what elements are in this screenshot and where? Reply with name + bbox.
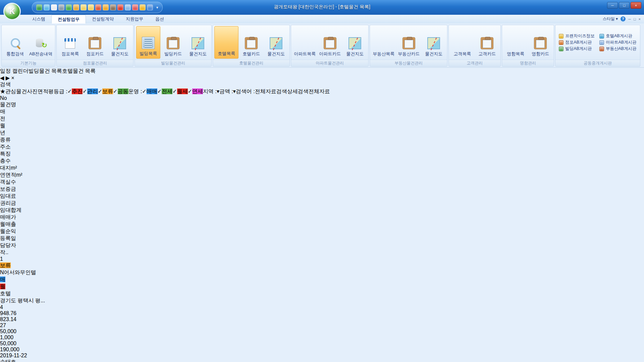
ribbon-link-호텔AB게시판[interactable]: 호텔AB게시판 (599, 33, 637, 39)
minimize-button[interactable]: ─ (607, 2, 618, 9)
checkbox-공동[interactable]: ✓ (113, 88, 117, 94)
column-header-임대합계: 임대합계 (0, 207, 29, 214)
cell-addr: 경기도 평택시 평... (0, 297, 54, 304)
button-label: 상세검색 (287, 88, 309, 94)
ribbon-button-label: 아파트목록 (294, 51, 316, 57)
checkbox-관리[interactable]: ✓ (83, 88, 87, 94)
menu-컨설팅계약[interactable]: 컨설팅계약 (86, 15, 120, 23)
ribbon-group-buttons: 아파트목록아파트카드물건지도 (291, 25, 368, 60)
ribbon-link-프랜차이즈정보[interactable]: 프랜차이즈정보 (559, 33, 596, 39)
style-menu[interactable]: 스타일 ▾ (603, 16, 618, 22)
ribbon-link-점포AB게시판[interactable]: 점포AB게시판 (559, 40, 596, 45)
ribbon-button-물건지도[interactable]: 물건지도 (186, 26, 210, 59)
cell-name: N어서와무인텔 (0, 269, 47, 276)
ribbon-link-부동산AB게시판[interactable]: 부동산AB게시판 (599, 46, 637, 52)
ribbon-button-label: 고객카드 (478, 51, 496, 57)
ribbon-button-label: 물건지도 (111, 51, 128, 57)
region-dropdown[interactable]: ▾ (217, 88, 219, 94)
tab-scroll-right-icon[interactable]: ▶ (6, 75, 10, 81)
ribbon-group-buttons: 빌딩목록빌딩카드물건지도 (135, 25, 211, 60)
mdi-minimize-button[interactable]: ─ (628, 17, 631, 21)
cell-wol: 월 (0, 283, 9, 290)
mdi-close-button[interactable]: × (639, 17, 641, 21)
search-flag-button[interactable]: 검색 (0, 81, 644, 88)
상세검색-button[interactable]: 상세검색 (287, 88, 309, 94)
ribbon-button-물건지도[interactable]: 물건지도 (108, 26, 132, 59)
tab-label: 일정 캘린더 (0, 68, 28, 74)
ribbon-group-label: 고객관리 (449, 60, 500, 66)
ribbon-button-명함목록[interactable]: 명함목록 (503, 26, 528, 59)
ribbon-group-label: 아파트물건관리 (291, 60, 368, 66)
close-button[interactable]: × (631, 2, 641, 9)
ribbon-button-아파트목록[interactable]: 아파트목록 (292, 26, 317, 59)
chip-보류: 보류 (102, 88, 113, 94)
all-data-small-button[interactable]: 전체자료 (255, 88, 276, 94)
ribbon-button-점포목록[interactable]: 점포목록 (58, 26, 82, 59)
content-panel: 검색★관심물건사진면적평등급 :✓추진✓관리✓보류✓공동운영 :✓매매✓전세✓월… (0, 81, 644, 362)
ribbon-button-호텔목록[interactable]: 호텔목록 (214, 26, 238, 59)
table-row[interactable]: 1보류N어서와무인텔매월호텔경기도 평택시 평...4948.76823.142… (0, 256, 644, 362)
ribbon-button-호텔카드[interactable]: 호텔카드 (239, 26, 263, 59)
amount-dropdown[interactable]: ▾ (233, 88, 236, 94)
column-header-임대료: 임대료 (0, 193, 23, 200)
ribbon-group: 명함목록명함카드명함관리 (502, 25, 554, 67)
chevron-down-icon[interactable]: ▾ (233, 88, 236, 94)
checkbox-label-면적평: 면적평 (38, 88, 54, 94)
ribbon-button-부동산목록[interactable]: 부동산목록 (371, 26, 396, 59)
clip-icon (324, 37, 336, 49)
ribbon-group-buttons: 부동산목록부동산카드물건지도 (370, 25, 447, 60)
ribbon-group: 고객목록고객카드고객관리 (448, 25, 501, 67)
ribbon-button-부동산카드[interactable]: 부동산카드 (396, 26, 421, 59)
checkbox-연세[interactable]: ✓ (188, 88, 192, 94)
app-logo-icon[interactable]: K (3, 3, 21, 20)
tab-빌딩물건 목록[interactable]: 빌딩물건 목록 (28, 68, 62, 75)
favorite-star-icon[interactable]: ★ (0, 88, 5, 94)
ribbon-button-label: 고객목록 (453, 51, 471, 57)
ribbon-button-AB전송내역[interactable]: AB전송내역 (28, 26, 54, 59)
ribbon-button-고객카드[interactable]: 고객카드 (475, 26, 499, 59)
tab-label: 빌딩물건 목록 (28, 68, 62, 74)
ribbon-link-빌딩AB게시판[interactable]: 빌딩AB게시판 (559, 46, 596, 52)
ribbon-link-아파트AB게시판[interactable]: 아파트AB게시판 (599, 40, 637, 45)
checkbox-추진[interactable]: ✓ (67, 88, 72, 94)
tab-일정 캘린더[interactable]: 일정 캘린더 (0, 68, 28, 75)
ribbon-group-buttons: 통합검색AB전송내역 (2, 25, 55, 60)
menu-시스템[interactable]: 시스템 (26, 15, 51, 23)
mdi-restore-button[interactable]: □ (634, 17, 636, 21)
board-icon (559, 34, 564, 39)
ribbon-button-통합검색[interactable]: 통합검색 (3, 26, 27, 59)
keyword-label: 검색어 : (236, 88, 255, 94)
ribbon-button-빌딩목록[interactable]: 빌딩목록 (136, 26, 160, 59)
menu-컨설팅업무[interactable]: 컨설팅업무 (51, 15, 86, 23)
grade-badge: 보류 (0, 262, 11, 268)
checkbox-전세[interactable]: ✓ (157, 88, 162, 94)
ribbon-button-label: 물건지도 (189, 51, 207, 57)
tab-scroll-left-icon[interactable]: ◀ (0, 75, 4, 81)
ribbon-button-물건지도[interactable]: 물건지도 (343, 26, 367, 59)
전체자료-button[interactable]: 전체자료 (309, 88, 330, 94)
ribbon-button-물건지도[interactable]: 물건지도 (422, 26, 446, 59)
ribbon-button-고객목록[interactable]: 고객목록 (450, 26, 474, 59)
help-icon[interactable]: ? (621, 16, 626, 21)
chevron-down-icon[interactable]: ▾ (217, 88, 219, 94)
tab-close-icon[interactable]: × (11, 75, 14, 81)
검색-button[interactable]: 검색 (276, 88, 287, 94)
column-header-연면적m²: 연면적m² (0, 172, 32, 179)
maximize-button[interactable]: □ (619, 2, 630, 9)
checkbox-보류[interactable]: ✓ (98, 88, 102, 94)
people-icon (456, 37, 469, 49)
checkbox-월세[interactable]: ✓ (172, 88, 177, 94)
clip-icon (534, 37, 547, 49)
tab-호텔물건 목록[interactable]: 호텔물건 목록 (62, 68, 96, 75)
ribbon-button-물건지도[interactable]: 물건지도 (264, 26, 288, 59)
menu-지원업무[interactable]: 지원업무 (120, 15, 149, 23)
ribbon-button-label: 점포카드 (86, 51, 104, 57)
checkbox-매매[interactable]: ✓ (142, 88, 146, 94)
ribbon-button-명함카드[interactable]: 명함카드 (528, 26, 552, 59)
build-icon (142, 37, 155, 49)
ribbon-group-label: 부동산물건관리 (370, 60, 447, 66)
ribbon-button-아파트카드[interactable]: 아파트카드 (318, 26, 342, 59)
ribbon-button-빌딩카드[interactable]: 빌딩카드 (161, 26, 185, 59)
menu-옵션[interactable]: 옵션 (149, 15, 170, 23)
ribbon-button-점포카드[interactable]: 점포카드 (83, 26, 107, 59)
